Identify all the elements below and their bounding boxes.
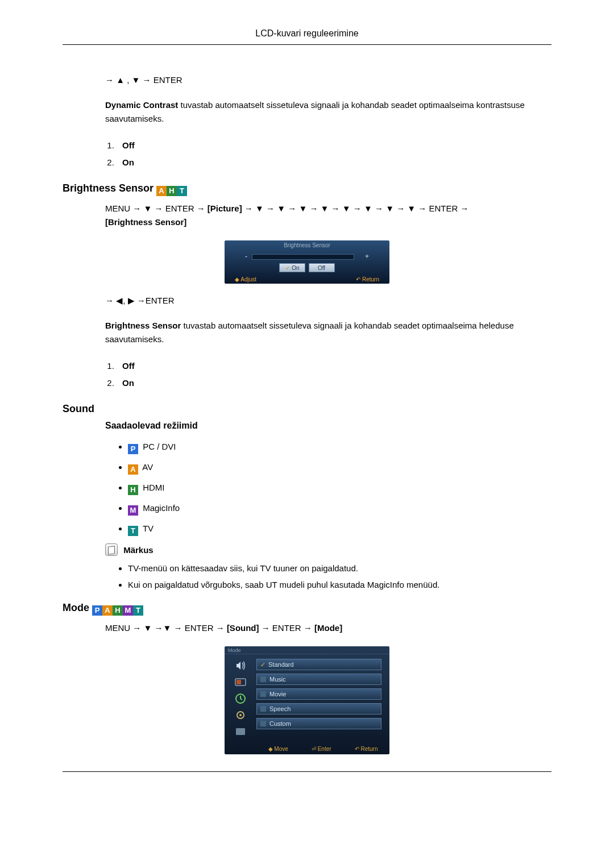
badge-a-icon: A [156,186,167,196]
mode-tv: T TV [128,518,551,539]
mode-heading: Mode PAHMT [63,602,551,616]
bs-nav-1: MENU → ▼ → ENTER → [105,203,208,213]
bs-off: Off [122,361,135,371]
rule-top [63,44,551,45]
mode-row-music[interactable]: Music [256,674,381,685]
bs-osd-on-button[interactable]: ✓On [279,263,305,272]
dc-off: Off [122,140,135,150]
note-2: Kui on paigaldatud võrguboks, saab UT mu… [128,577,551,593]
misc-tab-icon[interactable] [234,725,247,738]
bs-heading: Brightness Sensor AHT [63,182,551,196]
bs-nav-target: [Brightness Sensor] [105,217,186,227]
bs-osd: Brightness Sensor - + ✓On Off ◆ Adjust ↶… [225,240,389,284]
sound-tab-icon[interactable] [234,659,247,672]
mode-nav-1: MENU → ▼ →▼ → ENTER → [105,623,227,633]
bs-options: Off On [117,358,551,392]
mode-row-movie[interactable]: Movie [256,688,381,700]
bs-nav: MENU → ▼ → ENTER → [Picture] → ▼ → ▼ → ▼… [105,202,551,229]
sound-modes: P PC / DVI A AV H HDMI M MagicInfo T TV [128,437,551,539]
note-icon [105,543,118,556]
bs-nav3: → ◀, ▶ →ENTER [105,294,551,308]
bs-on: On [122,378,134,388]
mode-nav-target: [Mode] [314,623,342,633]
bs-nav-2: → ▼ → ▼ → ▼ → ▼ → ▼ → ▼ → ▼ → ▼ → ENTER … [242,203,469,213]
input-tab-icon[interactable] [234,675,247,689]
mode-osd-list: Standard Music Movie Speech Custom [256,654,389,743]
bs-osd-title: Brightness Sensor [225,240,389,248]
badge-a-icon: A [102,605,113,616]
bs-nav-picture: [Picture] [208,203,242,213]
mode-nav: MENU → ▼ →▼ → ENTER → [Sound] → ENTER → … [105,621,551,635]
badge-t-icon: T [177,186,187,196]
dc-desc: Dynamic Contrast tuvastab automaatselt s… [105,98,551,126]
mode-row-speech[interactable]: Speech [256,703,381,715]
svg-rect-5 [236,728,245,735]
mode-osd-move: ◆ Move [268,746,288,752]
mode-heading-text: Mode [63,602,89,613]
badge-t-icon: T [133,605,143,616]
mode-osd-return: ↶ Return [355,746,378,752]
dc-options: Off On [117,137,551,171]
badge-h-icon: H [128,485,138,495]
dc-on: On [122,157,134,167]
bs-osd-minus: - [245,252,247,260]
bs-desc: Brightness Sensor tuvastab automaatselt … [105,319,551,346]
note-heading: Märkus [105,543,551,556]
dc-term: Dynamic Contrast [105,100,178,110]
dc-nav: → ▲ , ▼ → ENTER [105,73,551,87]
badge-p-icon: P [92,605,102,616]
badge-t-icon: T [128,526,138,536]
badge-h-icon: H [113,605,123,616]
bs-osd-return: ↶ Return [356,276,379,283]
bs-heading-text: Brightness Sensor [63,182,154,194]
time-tab-icon[interactable] [234,692,247,705]
bs-term: Brightness Sensor [105,321,181,330]
badge-a-icon: A [128,464,138,475]
svg-rect-1 [237,680,241,684]
badge-p-icon: P [128,444,138,454]
mode-osd-footer: ◆ Move ⏎ Enter ↶ Return [256,746,389,752]
bs-osd-bar [252,254,354,260]
mode-row-standard[interactable]: Standard [256,659,381,670]
svg-point-4 [239,714,242,716]
mode-osd-title: Mode [225,646,389,654]
bs-osd-adjust: ◆ Adjust [235,276,256,283]
note-label: Märkus [123,545,154,555]
note-1: TV-menüü on kättesaadav siis, kui TV tuu… [128,560,551,577]
bs-osd-plus: + [365,252,369,260]
mode-row-custom[interactable]: Custom [256,718,381,729]
sound-sub: Saadaolevad režiimid [105,421,551,431]
badge-m-icon: M [123,605,133,616]
mode-osd: Mode Standard [225,646,389,754]
badge-m-icon: M [128,505,138,516]
mode-pc: P PC / DVI [128,437,551,457]
mode-osd-enter: ⏎ Enter [312,746,331,752]
mode-nav-sound: [Sound] [227,623,259,633]
bs-osd-off-button[interactable]: Off [309,263,335,272]
page-header: LCD-kuvari reguleerimine [63,28,551,44]
setup-tab-icon[interactable] [234,708,247,722]
sound-heading: Sound [63,403,551,415]
note-list: TV-menüü on kättesaadav siis, kui TV tuu… [128,560,551,593]
mode-av: A AV [128,457,551,477]
mode-hdmi: H HDMI [128,477,551,498]
badge-h-icon: H [167,186,177,196]
mode-nav-2: → ENTER → [259,623,315,633]
mode-osd-sidebar [225,654,256,743]
rule-bottom [63,771,551,772]
mode-magicinfo: M MagicInfo [128,498,551,518]
